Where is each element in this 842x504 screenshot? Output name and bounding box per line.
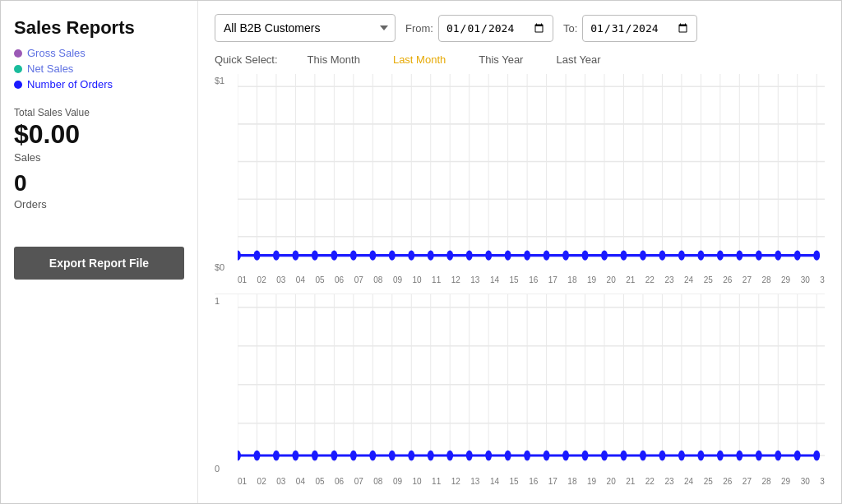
- svg-point-37: [254, 251, 261, 261]
- svg-point-117: [505, 451, 511, 461]
- to-date-input[interactable]: [582, 15, 697, 42]
- stats-section: Total Sales Value $0.00 Sales 0 Orders: [14, 107, 184, 216]
- svg-point-50: [505, 251, 511, 261]
- quick-last-year[interactable]: Last Year: [539, 50, 617, 69]
- gross-sales-label[interactable]: Gross Sales: [27, 47, 86, 59]
- chart1-x-labels: 0102030405060708091011121314151617181920…: [238, 274, 825, 284]
- chart2-y-bottom: 0: [215, 464, 220, 474]
- orders-chart: 1 0: [215, 294, 825, 495]
- legend-item-gross[interactable]: Gross Sales: [14, 47, 184, 59]
- orders-value: 0: [14, 170, 184, 197]
- svg-point-44: [389, 251, 396, 261]
- svg-point-65: [794, 251, 801, 261]
- net-sales-label[interactable]: Net Sales: [27, 62, 73, 75]
- svg-point-54: [582, 251, 589, 261]
- export-button[interactable]: Export Report File: [14, 247, 184, 280]
- svg-point-129: [736, 451, 743, 461]
- sales-chart: $1 $0: [215, 74, 825, 294]
- svg-point-133: [813, 451, 820, 461]
- svg-point-40: [312, 251, 318, 261]
- svg-point-128: [717, 451, 724, 461]
- svg-point-106: [293, 451, 299, 461]
- svg-point-105: [273, 451, 280, 461]
- svg-point-110: [369, 451, 376, 461]
- svg-point-60: [697, 251, 704, 261]
- svg-point-130: [756, 451, 762, 461]
- chart1-y-top: $1: [215, 76, 224, 86]
- from-date-group: From:: [405, 15, 553, 42]
- svg-point-64: [775, 251, 781, 261]
- svg-point-45: [408, 251, 414, 261]
- sidebar: Sales Reports Gross Sales Net Sales Numb…: [1, 1, 198, 503]
- svg-point-131: [775, 451, 781, 461]
- svg-point-55: [601, 251, 608, 261]
- orders-dot: [14, 81, 22, 89]
- svg-point-43: [369, 251, 376, 261]
- svg-point-107: [312, 451, 318, 461]
- quick-select-row: Quick Select: This Month Last Month This…: [215, 50, 825, 69]
- svg-point-127: [697, 451, 704, 461]
- charts-container: $1 $0: [215, 74, 825, 495]
- svg-point-113: [428, 451, 434, 461]
- main-content: All B2B Customers Specific Customer From…: [198, 1, 841, 503]
- svg-point-122: [601, 451, 608, 461]
- svg-point-56: [621, 251, 627, 261]
- legend-list: Gross Sales Net Sales Number of Orders: [14, 47, 184, 90]
- svg-point-47: [446, 251, 453, 261]
- svg-point-108: [331, 451, 337, 461]
- svg-point-36: [238, 251, 241, 261]
- svg-point-59: [678, 251, 685, 261]
- to-label: To:: [563, 22, 577, 35]
- svg-point-38: [273, 251, 280, 261]
- net-sales-dot: [14, 65, 22, 73]
- legend-item-orders[interactable]: Number of Orders: [14, 78, 184, 90]
- orders-label[interactable]: Number of Orders: [27, 78, 113, 90]
- svg-point-123: [621, 451, 627, 461]
- svg-point-104: [254, 451, 261, 461]
- svg-point-46: [428, 251, 434, 261]
- svg-point-120: [562, 451, 569, 461]
- svg-point-42: [350, 251, 357, 261]
- svg-point-51: [524, 251, 530, 261]
- from-date-input[interactable]: [438, 15, 553, 42]
- svg-point-103: [238, 451, 241, 461]
- svg-point-53: [562, 251, 569, 261]
- quick-select-options: This Month Last Month This Year Last Yea…: [291, 50, 618, 69]
- page-title: Sales Reports: [14, 17, 184, 39]
- legend-item-net[interactable]: Net Sales: [14, 62, 184, 75]
- svg-point-116: [485, 451, 492, 461]
- sales-chart-svg: [238, 74, 825, 274]
- svg-point-124: [640, 451, 646, 461]
- controls-row: All B2B Customers Specific Customer From…: [215, 14, 825, 42]
- quick-this-month[interactable]: This Month: [291, 50, 377, 69]
- svg-point-57: [640, 251, 646, 261]
- quick-select-label: Quick Select:: [215, 53, 278, 66]
- chart2-y-top: 1: [215, 296, 220, 306]
- svg-point-109: [350, 451, 357, 461]
- quick-this-year[interactable]: This Year: [462, 50, 539, 69]
- svg-point-39: [293, 251, 299, 261]
- svg-point-66: [813, 251, 820, 261]
- svg-point-115: [466, 451, 473, 461]
- svg-point-118: [524, 451, 530, 461]
- svg-point-41: [331, 251, 337, 261]
- quick-last-month[interactable]: Last Month: [377, 50, 462, 69]
- svg-point-62: [736, 251, 743, 261]
- svg-point-125: [659, 451, 666, 461]
- svg-point-52: [544, 251, 550, 261]
- svg-point-111: [389, 451, 396, 461]
- to-date-group: To:: [563, 15, 697, 42]
- svg-point-126: [678, 451, 685, 461]
- chart1-y-bottom: $0: [215, 262, 224, 272]
- svg-point-48: [466, 251, 473, 261]
- svg-point-119: [544, 451, 550, 461]
- sales-sub-label: Sales: [14, 151, 184, 164]
- svg-point-63: [756, 251, 762, 261]
- svg-point-61: [717, 251, 724, 261]
- chart2-x-labels: 0102030405060708091011121314151617181920…: [238, 475, 825, 486]
- svg-point-121: [582, 451, 589, 461]
- customer-select[interactable]: All B2B Customers Specific Customer: [215, 14, 396, 42]
- orders-chart-svg: [238, 294, 825, 475]
- gross-sales-dot: [14, 49, 22, 58]
- orders-sub-label: Orders: [14, 198, 184, 210]
